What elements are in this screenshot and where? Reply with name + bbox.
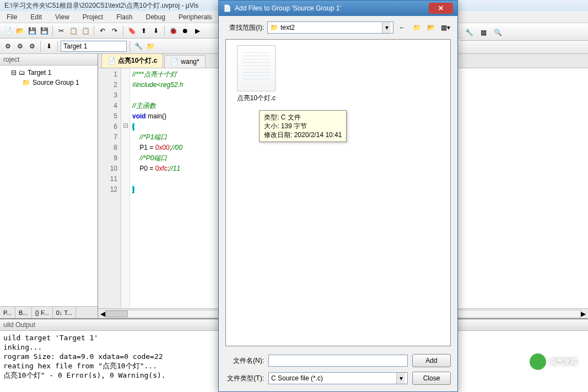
new-folder-icon[interactable]: 📂	[425, 22, 436, 33]
separator	[164, 25, 165, 36]
separator	[130, 41, 130, 52]
project-panel-title: roject	[0, 54, 98, 66]
menu-flash[interactable]: Flash	[110, 12, 139, 23]
main-title-text: E:\学习文件夹\C51根目录\2020C51\text2\点亮10个灯.uvp…	[4, 1, 198, 10]
manage-icon[interactable]: 📁	[145, 41, 156, 52]
right-toolbar-strip: 🔧 ▦ 🔍	[460, 24, 588, 41]
separator	[57, 41, 58, 52]
scroll-thumb[interactable]	[106, 311, 128, 317]
lookin-row: 查找范围(I): 📁 text2 ▾ ← 📁 📂 ▦▾	[219, 16, 457, 36]
folder-icon: 📁	[270, 24, 278, 31]
filename-input[interactable]	[268, 355, 408, 367]
view-menu-icon[interactable]: ▦▾	[440, 22, 451, 33]
breakpoint-icon[interactable]: ⏺	[180, 25, 191, 36]
file-list-area[interactable]: 点亮10个灯.c 类型: C 文件 大小: 139 字节 修改日期: 2020/…	[225, 39, 451, 346]
panel-tab[interactable]: P...	[0, 307, 15, 318]
tree-group[interactable]: 📁 Source Group 1	[2, 78, 95, 88]
tooltip-size: 大小: 139 字节	[264, 122, 342, 130]
lookin-combo[interactable]: 📁 text2 ▾	[267, 21, 393, 34]
project-tree[interactable]: ⊟ 🗂 Target 1 📁 Source Group 1	[0, 66, 98, 306]
view-icon[interactable]: ▦	[478, 27, 489, 38]
editor-tab-label: wang*	[181, 58, 199, 66]
build-all-icon[interactable]: ⚙	[26, 41, 37, 52]
bookmark-icon[interactable]: 🔖	[126, 25, 137, 36]
next-bookmark-icon[interactable]: ⬇	[150, 25, 161, 36]
menu-project[interactable]: Project	[76, 12, 110, 23]
folder-icon: 📁	[22, 79, 30, 86]
filetype-value: C Source file (*.c)	[271, 374, 323, 382]
save-all-icon[interactable]: 💾	[39, 25, 50, 36]
lookin-value: text2	[280, 24, 295, 31]
panel-tab[interactable]: 0↓ T...	[53, 307, 76, 318]
menu-edit[interactable]: Edit	[24, 12, 48, 23]
new-file-icon[interactable]: 📄	[2, 25, 13, 36]
watermark-text: 电气学苑	[551, 357, 577, 367]
editor-tab[interactable]: 📄wang*	[164, 55, 205, 68]
open-file-icon[interactable]: 📂	[14, 25, 25, 36]
file-icon: 📄	[170, 58, 179, 66]
menu-debug[interactable]: Debug	[139, 12, 172, 23]
file-tooltip: 类型: C 文件 大小: 139 字节 修改日期: 2020/2/14 10:4…	[259, 110, 347, 142]
scroll-left-icon[interactable]: ◀	[100, 310, 105, 318]
separator	[123, 25, 123, 36]
panel-tab[interactable]: {} F...	[32, 307, 53, 318]
paste-icon[interactable]: 📋	[80, 25, 91, 36]
menu-view[interactable]: View	[48, 12, 76, 23]
menu-peripherals[interactable]: Peripherals	[172, 12, 219, 23]
add-button[interactable]: Add	[412, 354, 451, 367]
c-file-icon	[237, 45, 276, 91]
wechat-icon	[530, 353, 546, 370]
file-icon: 📄	[107, 57, 116, 65]
dialog-titlebar[interactable]: 📄 Add Files to Group 'Source Group 1' ✕	[219, 1, 457, 16]
run-icon[interactable]: ▶	[192, 25, 203, 36]
separator	[52, 25, 53, 36]
chevron-down-icon[interactable]: ▾	[396, 373, 405, 384]
editor-tab-label: 点亮10个灯.c	[118, 56, 157, 66]
project-panel: roject ⊟ 🗂 Target 1 📁 Source Group 1 P..…	[0, 54, 98, 318]
add-files-dialog: 📄 Add Files to Group 'Source Group 1' ✕ …	[218, 0, 458, 392]
separator	[94, 25, 94, 36]
separator	[40, 41, 41, 52]
save-icon[interactable]: 💾	[26, 25, 37, 36]
watermark: 电气学苑	[530, 353, 577, 370]
filetype-row: 文件类型(T): C Source file (*.c) ▾ Close	[225, 372, 451, 385]
cut-icon[interactable]: ✂	[56, 25, 67, 36]
search-icon[interactable]: 🔍	[492, 27, 503, 38]
line-gutter: 123456789101112	[98, 68, 121, 308]
file-item[interactable]: 点亮10个灯.c	[231, 45, 281, 103]
close-button[interactable]: Close	[412, 372, 451, 385]
options-icon[interactable]: 🔧	[133, 41, 144, 52]
prev-bookmark-icon[interactable]: ⬆	[138, 25, 149, 36]
rebuild-icon[interactable]: ⚙	[14, 41, 25, 52]
copy-icon[interactable]: 📋	[68, 25, 79, 36]
filetype-label: 文件类型(T):	[225, 374, 264, 383]
code-text[interactable]: //***点亮十个灯#include<reg52.h//主函数void main…	[130, 68, 183, 308]
menu-file[interactable]: File	[0, 12, 24, 23]
target-selector[interactable]	[61, 41, 127, 52]
target-icon: 🗂	[19, 69, 25, 77]
dialog-icon: 📄	[223, 4, 231, 12]
tooltip-type: 类型: C 文件	[264, 113, 342, 122]
fold-gutter: ⊟	[121, 68, 130, 308]
chevron-down-icon[interactable]: ▾	[382, 22, 391, 33]
editor-tab[interactable]: 📄点亮10个灯.c	[101, 53, 163, 68]
tree-target[interactable]: ⊟ 🗂 Target 1	[2, 68, 95, 78]
minus-icon: ⊟	[11, 69, 17, 77]
lookin-label: 查找范围(I):	[225, 23, 264, 32]
scroll-right-icon[interactable]: ▶	[581, 310, 586, 318]
panel-tab[interactable]: B...	[15, 307, 32, 318]
undo-icon[interactable]: ↶	[97, 25, 108, 36]
tool-icon[interactable]: 🔧	[463, 27, 474, 38]
dialog-title-text: Add Files to Group 'Source Group 1'	[235, 4, 341, 12]
dialog-close-x[interactable]: ✕	[429, 3, 453, 14]
filetype-combo[interactable]: C Source file (*.c) ▾	[268, 372, 408, 384]
up-folder-icon[interactable]: 📁	[411, 22, 422, 33]
project-panel-tabs: P...B...{} F...0↓ T...	[0, 306, 98, 318]
build-icon[interactable]: ⚙	[2, 41, 13, 52]
download-icon[interactable]: ⬇	[44, 41, 55, 52]
debug-icon[interactable]: 🐞	[168, 25, 179, 36]
filename-label: 文件名(N):	[225, 356, 264, 366]
dialog-nav-icons: ← 📁 📂 ▦▾	[397, 22, 451, 33]
redo-icon[interactable]: ↷	[109, 25, 120, 36]
back-icon[interactable]: ←	[397, 22, 408, 33]
